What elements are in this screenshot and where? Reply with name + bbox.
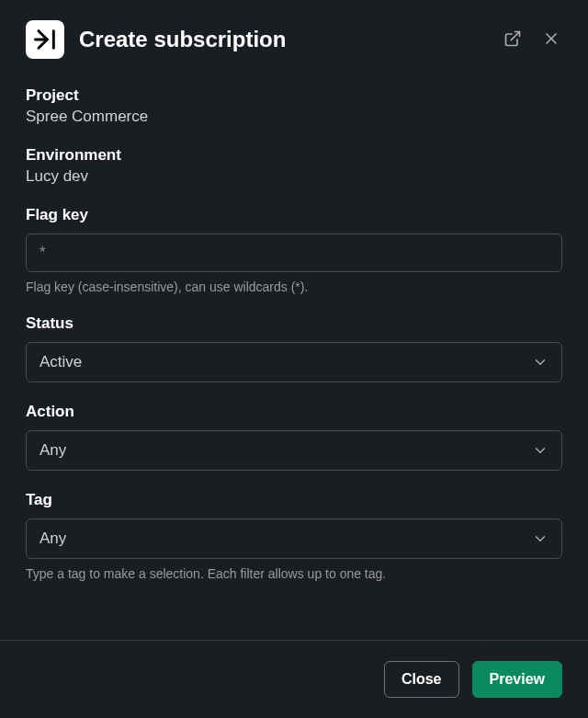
status-field: Status Active bbox=[26, 314, 562, 382]
create-subscription-modal: Create subscription bbox=[0, 0, 588, 718]
tag-help: Type a tag to make a selection. Each fil… bbox=[26, 566, 562, 581]
chevron-down-icon bbox=[532, 530, 548, 547]
action-select[interactable]: Any bbox=[26, 430, 562, 471]
chevron-down-icon bbox=[532, 442, 548, 459]
action-label: Action bbox=[26, 403, 562, 421]
flag-key-field: Flag key Flag key (case-insensitive), ca… bbox=[26, 206, 562, 294]
tag-label: Tag bbox=[26, 491, 562, 509]
svg-line-0 bbox=[511, 31, 519, 40]
header-actions bbox=[502, 28, 562, 52]
project-field: Project Spree Commerce bbox=[26, 86, 562, 126]
tag-select[interactable]: Any bbox=[26, 519, 562, 559]
flag-key-input[interactable] bbox=[26, 234, 562, 272]
environment-value: Lucy dev bbox=[26, 167, 562, 186]
close-button[interactable]: Close bbox=[384, 661, 459, 698]
modal-title: Create subscription bbox=[79, 27, 487, 52]
status-select[interactable]: Active bbox=[26, 342, 562, 382]
flag-key-help: Flag key (case-insensitive), can use wil… bbox=[26, 279, 562, 294]
modal-header: Create subscription bbox=[0, 0, 588, 70]
modal-footer: Close Preview bbox=[0, 640, 588, 718]
flag-key-label: Flag key bbox=[26, 206, 562, 224]
modal-body: Project Spree Commerce Environment Lucy … bbox=[0, 70, 588, 640]
close-icon bbox=[542, 29, 560, 51]
action-value: Any bbox=[40, 441, 66, 460]
tag-value: Any bbox=[40, 530, 66, 548]
status-label: Status bbox=[26, 314, 562, 333]
chevron-down-icon bbox=[532, 354, 548, 370]
external-link-icon bbox=[503, 29, 522, 51]
project-label: Project bbox=[26, 86, 562, 105]
status-value: Active bbox=[40, 353, 82, 371]
open-external-button[interactable] bbox=[502, 28, 524, 52]
project-value: Spree Commerce bbox=[26, 108, 562, 126]
close-modal-button[interactable] bbox=[540, 28, 562, 52]
environment-field: Environment Lucy dev bbox=[26, 146, 562, 186]
action-field: Action Any bbox=[26, 403, 562, 471]
app-icon bbox=[26, 20, 64, 59]
preview-button[interactable]: Preview bbox=[472, 661, 562, 698]
tag-field: Tag Any Type a tag to make a selection. … bbox=[26, 491, 562, 581]
environment-label: Environment bbox=[26, 146, 562, 165]
